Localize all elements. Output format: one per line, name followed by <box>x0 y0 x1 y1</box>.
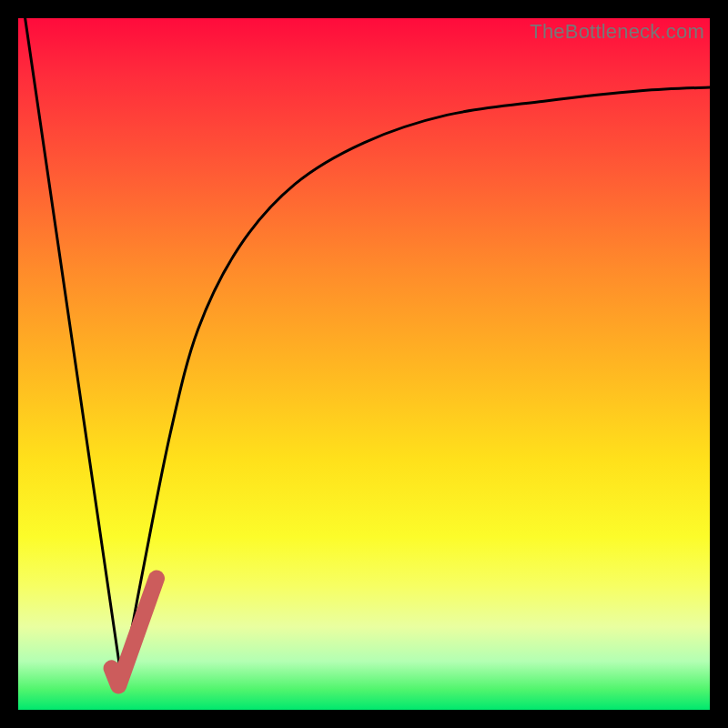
plot-area: TheBottleneck.com <box>18 18 710 710</box>
curve-right <box>122 87 710 682</box>
chart-container: TheBottleneck.com <box>0 0 728 728</box>
pink-hook-annotation <box>112 579 157 686</box>
curve-layer <box>18 18 710 710</box>
curve-left <box>25 18 122 682</box>
